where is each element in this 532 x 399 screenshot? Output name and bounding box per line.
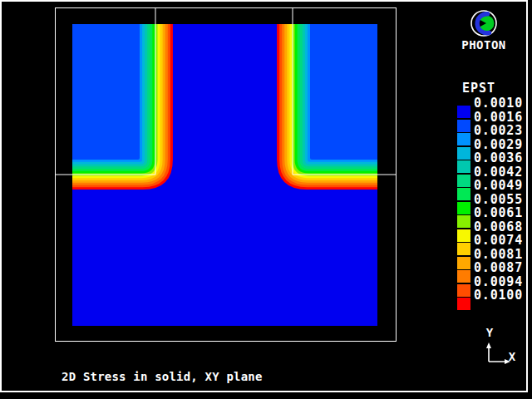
legend-value-label: 0.0055 (474, 193, 523, 206)
legend-color-cell (457, 215, 470, 228)
left-stress-block-band (72, 24, 140, 160)
legend-value-label: 0.0029 (474, 138, 523, 151)
colorbar (457, 0, 470, 399)
legend-color-cell (457, 120, 470, 132)
legend-value-label: 0.0068 (474, 220, 523, 234)
legend-value-label: 0.0081 (474, 248, 523, 261)
y-axis-label: Y (484, 326, 495, 339)
legend-value-label: 0.0074 (474, 234, 523, 247)
legend-color-cell (457, 147, 470, 160)
plot-caption: 2D Stress in solid, XY plane (62, 370, 263, 383)
legend-color-cell (457, 188, 470, 200)
legend-value-label: 0.0061 (474, 206, 523, 219)
legend-color-cell (457, 133, 470, 145)
legend-color-cell (457, 202, 470, 214)
legend-color-cell (457, 229, 470, 242)
legend-color-cell (457, 243, 470, 255)
legend-value-label: 0.0010 (474, 96, 523, 110)
legend-value-label: 0.0016 (474, 111, 523, 124)
legend-color-cell (457, 257, 470, 269)
x-axis-label: X (506, 350, 518, 363)
legend-value-label: 0.0094 (474, 275, 523, 288)
legend-value-label: 0.0042 (474, 165, 523, 179)
legend-color-cell (457, 175, 470, 187)
legend-color-cell (457, 106, 470, 118)
legend-color-cell (457, 298, 470, 310)
legend-value-label: 0.0023 (474, 124, 523, 137)
legend-value-label: 0.0036 (474, 151, 523, 165)
legend-color-cell (457, 284, 470, 297)
right-stress-block-band (310, 24, 377, 160)
legend-color-cell (457, 160, 470, 173)
legend-value-label: 0.0049 (474, 179, 523, 192)
legend-value-label: 0.0087 (474, 261, 523, 274)
legend-color-cell (457, 270, 470, 283)
contour-plot (0, 0, 532, 399)
legend-value-label: 0.0100 (474, 288, 523, 302)
